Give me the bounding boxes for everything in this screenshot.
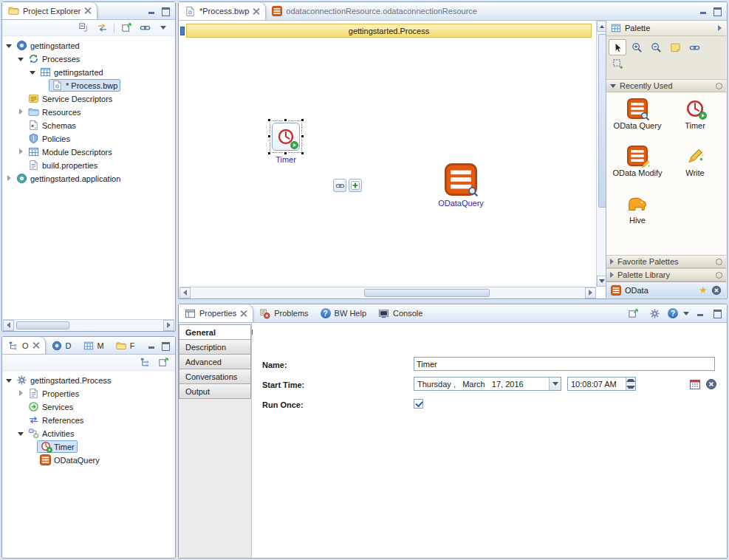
expander-icon[interactable] [4,43,13,48]
tab-odataconnection-resource[interactable]: odataconnectionResource.odataconnectionR… [266,2,483,20]
scroll-right-button[interactable] [585,287,596,298]
scroll-left-button[interactable] [179,287,191,298]
tab-f[interactable]: F [110,337,141,354]
tree-item-gettingstarted-application[interactable]: gettingstarted.application [2,171,175,185]
minimize-button[interactable] [697,6,709,16]
side-tab-output[interactable]: Output [179,383,251,399]
tree-item-gettingstarted-process[interactable]: gettingstarted.Process [2,373,175,386]
tab-problems[interactable]: Problems [253,304,314,322]
tab-console[interactable]: Console [372,304,428,322]
palette-header[interactable]: Palette [606,21,726,36]
zoom-out-button[interactable] [647,39,665,55]
date-dropdown-button[interactable] [549,378,561,390]
tab-project-explorer[interactable]: Project Explorer [2,2,97,19]
focus-view-button[interactable] [118,21,134,35]
link-button[interactable] [137,21,153,35]
tab-bw-help[interactable]: ? BW Help [315,304,372,322]
pin-icon[interactable] [716,259,722,265]
palette-pin-arrow-icon[interactable] [718,25,722,31]
selection-handle[interactable] [284,118,287,122]
section-favorite-palettes[interactable]: Favorite Palettes [606,255,726,268]
scrollbar-thumb[interactable] [364,289,490,297]
tree-item-services[interactable]: Services [2,400,175,413]
expander-icon[interactable] [4,378,13,383]
time-down-button[interactable] [626,384,635,391]
maximize-button[interactable] [160,6,171,16]
expander-icon[interactable] [27,69,37,75]
pin-icon[interactable] [716,83,722,89]
palette-item-timer[interactable]: Timer [666,95,724,143]
scroll-right-button[interactable] [163,320,174,331]
process-canvas[interactable]: gettingstarted.Process Timer [179,21,607,298]
focus-button[interactable] [155,355,171,370]
run-once-checkbox[interactable] [414,399,423,409]
scrollbar-thumb[interactable] [16,321,69,329]
side-tab-general[interactable]: General [179,324,251,340]
tab-d[interactable]: D [46,337,78,354]
tree-item-policies[interactable]: Policies [2,132,175,145]
horizontal-scrollbar[interactable] [179,287,596,298]
zoom-in-button[interactable] [628,39,646,55]
expander-icon[interactable] [16,390,25,396]
marquee-tool-button[interactable] [609,55,626,72]
start-time-spinner[interactable]: 10:08:07 AM [567,377,636,391]
maximize-button[interactable] [711,308,723,318]
tree-item-timer[interactable]: Timer [2,440,175,453]
tree-item-gettingstarted-package[interactable]: gettingstarted [2,65,175,78]
close-icon[interactable] [32,342,39,349]
scroll-left-button[interactable] [3,320,14,331]
palette-item-odata-query[interactable]: OData Query [609,95,666,143]
tree-item-references[interactable]: References [2,413,175,426]
section-recently-used[interactable]: Recently Used [606,79,726,92]
expander-icon[interactable] [16,56,25,61]
tree-item-activities[interactable]: Activities [2,426,175,440]
tab-m[interactable]: M [78,337,110,354]
view-menu-button[interactable] [155,21,171,35]
expander-icon[interactable] [16,109,25,115]
side-tab-advanced[interactable]: Advanced [179,354,251,369]
add-activity-button[interactable] [349,179,362,192]
tree-item-schemas[interactable]: Schemas [2,118,175,132]
close-icon[interactable] [240,310,247,317]
collapse-all-button[interactable] [75,21,92,35]
link-tool-button[interactable] [685,39,703,55]
favorite-star-icon[interactable]: ★ [699,285,708,295]
tree-item-module-descriptors[interactable]: Module Descriptors [2,145,175,158]
tree-item-properties[interactable]: Properties [2,386,175,400]
tree-item-gettingstarted[interactable]: gettingstarted [2,38,175,52]
select-tool-button[interactable] [609,39,626,55]
selection-handle[interactable] [267,118,271,122]
side-tab-description[interactable]: Description [179,339,251,355]
time-up-button[interactable] [626,378,635,384]
open-in-editor-button[interactable] [625,306,641,321]
start-date-combo[interactable]: Thursday , March 17, 2016 [414,377,561,391]
remove-palette-icon[interactable] [711,285,722,296]
side-tab-conversations[interactable]: Conversations [179,369,251,384]
tab-properties[interactable]: Properties [179,304,253,322]
expander-icon[interactable] [4,175,13,181]
scrollbar-thumb[interactable] [598,34,606,208]
calendar-button[interactable] [687,377,703,392]
palette-item-odata-modify[interactable]: OData Modify [609,143,666,190]
canvas-collapse-handle[interactable] [180,27,185,35]
note-tool-button[interactable] [666,39,684,55]
tree-item-odataquery[interactable]: ODataQuery [2,453,175,466]
selection-handle[interactable] [301,118,304,122]
tab-outline[interactable]: O [2,337,46,354]
tab-process-bwp[interactable]: *Process.bwp [179,2,266,20]
timer-node-box[interactable] [272,123,300,151]
close-icon[interactable] [253,8,259,15]
palette-item-write[interactable]: Write [666,143,724,190]
tree-item-process-bwp[interactable]: * Process.bwp [2,78,175,92]
clear-date-button[interactable] [703,377,719,392]
minimize-button[interactable] [146,6,157,16]
minimize-button[interactable] [146,341,157,351]
tree-item-resources[interactable]: Resources [2,105,175,118]
palette-item-hive[interactable]: Hive [609,190,666,237]
link-with-editor-button[interactable] [94,21,110,35]
expander-icon[interactable] [16,148,25,154]
pin-icon[interactable] [716,272,722,279]
settings-button[interactable] [646,306,663,321]
minimize-button[interactable] [694,308,706,318]
section-palette-library[interactable]: Palette Library [606,268,726,281]
